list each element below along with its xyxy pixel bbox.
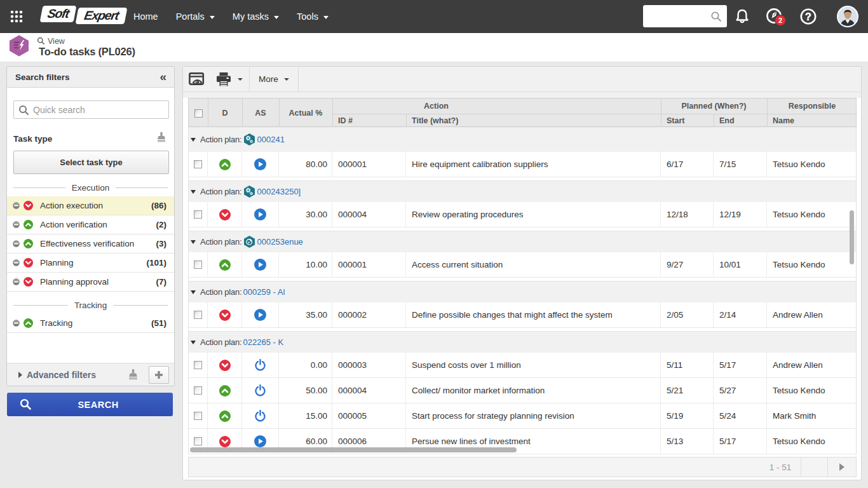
action-plan-group-row: Action plan: 000241 [189, 127, 856, 152]
row-title-cell: Define possible changes that might affec… [406, 302, 661, 327]
notifications-button[interactable] [729, 0, 755, 33]
remove-filter-icon[interactable] [13, 259, 20, 266]
search-button-icon [20, 398, 32, 410]
print-button[interactable] [212, 67, 249, 92]
task-type-filter-item[interactable]: Action execution (86) [7, 196, 174, 215]
col-header-title[interactable]: Title (what?) [406, 114, 661, 128]
planned-start: 5/21 [667, 386, 683, 395]
collapse-group-icon[interactable] [191, 240, 196, 244]
status-up-icon [24, 220, 33, 229]
nav-item-portals[interactable]: Portals [167, 11, 224, 22]
collapse-group-icon[interactable] [191, 138, 196, 142]
app-grid-icon[interactable] [10, 10, 23, 23]
task-row[interactable]: 30.00 000004 Review operating procedures… [189, 202, 856, 227]
remove-filter-icon[interactable] [13, 202, 20, 209]
search-icon[interactable] [710, 10, 722, 23]
row-checkbox[interactable] [194, 386, 202, 395]
task-row[interactable]: 10.00 000001 Access current situation 9/… [189, 252, 856, 278]
clear-filters-icon[interactable] [128, 369, 139, 381]
action-plan-link[interactable]: 000243250] [257, 187, 301, 196]
vertical-scrollbar-thumb[interactable] [850, 210, 854, 264]
row-checkbox[interactable] [194, 437, 202, 445]
row-select-cell [189, 378, 208, 403]
horizontal-scrollbar-thumb[interactable] [190, 447, 517, 452]
col-header-d[interactable]: D [208, 98, 242, 128]
task-type-filter-item[interactable]: Tracking (51) [7, 314, 174, 333]
task-row[interactable]: 35.00 000002 Define possible changes tha… [189, 302, 856, 328]
planned-start: 2/05 [667, 310, 683, 320]
task-type-filter-item[interactable]: Effectiveness verification (3) [7, 234, 174, 254]
action-title: Access current situation [412, 260, 503, 269]
row-checkbox[interactable] [194, 412, 202, 420]
pending-tasks-button[interactable]: 2 [761, 0, 787, 33]
remove-filter-icon[interactable] [13, 278, 20, 285]
filter-item-label: Action execution [40, 201, 151, 210]
row-title-cell: Suspend costs over 1 million [406, 353, 661, 377]
more-button[interactable]: More [250, 67, 298, 92]
row-checkbox[interactable] [194, 261, 202, 269]
status-play-icon [254, 259, 266, 271]
add-filter-button[interactable] [149, 366, 169, 384]
collapse-group-icon[interactable] [191, 341, 196, 344]
next-page-button[interactable] [827, 457, 856, 477]
expand-advanced-filters-icon[interactable] [18, 372, 22, 378]
row-checkbox[interactable] [194, 210, 202, 219]
search-button-label: SEARCH [78, 400, 118, 410]
col-header-as[interactable]: AS [242, 98, 279, 128]
group-row-band: Action plan: 000259 - Al [189, 281, 856, 302]
nav-item-my-tasks[interactable]: My tasks [224, 11, 288, 22]
global-search-input[interactable] [648, 5, 712, 27]
task-row[interactable]: 15.00 000005 Start process for strategy … [189, 403, 856, 429]
col-header-end[interactable]: End [714, 114, 767, 128]
clear-task-type-icon[interactable] [156, 132, 166, 143]
col-header-start[interactable]: Start [661, 114, 714, 128]
task-row[interactable]: 0.00 000003 Suspend costs over 1 million… [189, 353, 856, 378]
search-filters-panel: Search filters « Task type Select task t… [6, 66, 175, 386]
col-header-name[interactable]: Name [767, 114, 857, 128]
status-power-icon [254, 384, 266, 396]
nav-item-home[interactable]: Home [125, 11, 167, 22]
remove-filter-icon[interactable] [13, 221, 20, 228]
remove-filter-icon[interactable] [13, 320, 20, 327]
bell-icon [734, 8, 750, 25]
collapse-group-icon[interactable] [191, 290, 196, 294]
task-row[interactable]: 50.00 000004 Collect/ monitor market inf… [189, 378, 856, 403]
row-checkbox[interactable] [194, 311, 202, 319]
deadline-up-icon [219, 159, 231, 170]
remove-filter-icon[interactable] [13, 240, 20, 247]
action-plan-link[interactable]: 000259 - Al [243, 287, 285, 297]
help-button[interactable]: ? [796, 0, 821, 33]
user-avatar[interactable] [837, 6, 858, 27]
collapse-group-icon[interactable] [191, 190, 196, 194]
row-start-cell: 6/17 [661, 152, 714, 177]
status-down-icon [24, 277, 33, 287]
toolbar-buttons: More [183, 67, 861, 92]
table-body: Action plan: 000241 80.00 0 [188, 127, 857, 454]
task-type-filter-item[interactable]: Planning (101) [7, 254, 174, 273]
action-plan-link[interactable]: 000253enue [257, 237, 303, 247]
task-row[interactable]: 80.00 000001 Hire equipment calibration … [189, 152, 856, 177]
advanced-filters-label[interactable]: Advanced filters [27, 370, 128, 380]
action-plan-link[interactable]: 022265 - K [243, 337, 284, 347]
col-header-actual[interactable]: Actual % [279, 98, 332, 128]
nav-item-tools[interactable]: Tools [288, 11, 337, 22]
task-type-filter-item[interactable]: Planning approval (7) [7, 273, 174, 292]
select-all-checkbox[interactable] [194, 109, 203, 118]
row-checkbox[interactable] [194, 361, 202, 369]
print-dropdown-caret[interactable] [238, 78, 243, 81]
filter-item-count: (51) [151, 318, 166, 328]
quick-search-input[interactable] [33, 101, 165, 118]
filter-item-label: Effectiveness verification [40, 239, 156, 248]
task-type-filter-item[interactable]: Action verification (2) [7, 215, 174, 234]
global-search-box [643, 5, 727, 27]
select-all-cell [189, 98, 208, 128]
select-task-type-button[interactable]: Select task type [13, 151, 169, 174]
collapse-panel-icon[interactable]: « [159, 71, 166, 83]
preview-button[interactable] [183, 67, 212, 92]
col-header-id[interactable]: ID # [332, 114, 406, 128]
row-checkbox[interactable] [194, 160, 202, 168]
search-button[interactable]: SEARCH [7, 393, 173, 416]
row-title-cell: Start process for strategy planning revi… [406, 403, 661, 428]
action-plan-link[interactable]: 000241 [257, 135, 285, 144]
row-start-cell: 12/18 [661, 202, 714, 227]
